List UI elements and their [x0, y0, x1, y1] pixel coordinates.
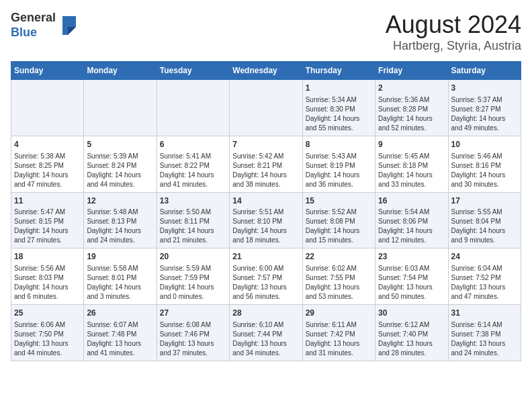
day-detail: Sunrise: 6:07 AM Sunset: 7:48 PM Dayligh…: [87, 320, 153, 358]
calendar-cell: [157, 80, 229, 136]
day-detail: Sunrise: 5:38 AM Sunset: 8:25 PM Dayligh…: [14, 152, 81, 189]
calendar-cell: 14Sunrise: 5:51 AM Sunset: 8:10 PM Dayli…: [230, 192, 302, 248]
calendar-cell: 8Sunrise: 5:43 AM Sunset: 8:19 PM Daylig…: [302, 136, 375, 192]
day-detail: Sunrise: 6:06 AM Sunset: 7:50 PM Dayligh…: [14, 320, 81, 358]
day-detail: Sunrise: 5:39 AM Sunset: 8:24 PM Dayligh…: [87, 152, 153, 189]
calendar-cell: 15Sunrise: 5:52 AM Sunset: 8:08 PM Dayli…: [302, 192, 375, 248]
day-number: 14: [232, 195, 299, 207]
calendar-cell: 21Sunrise: 6:00 AM Sunset: 7:57 PM Dayli…: [230, 248, 302, 305]
day-number: 6: [160, 139, 226, 150]
day-number: 5: [87, 139, 153, 150]
calendar-cell: 3Sunrise: 5:37 AM Sunset: 8:27 PM Daylig…: [448, 80, 521, 136]
calendar-cell: 16Sunrise: 5:54 AM Sunset: 8:06 PM Dayli…: [375, 192, 448, 248]
calendar-cell: 4Sunrise: 5:38 AM Sunset: 8:25 PM Daylig…: [11, 136, 84, 192]
calendar-cell: 6Sunrise: 5:41 AM Sunset: 8:22 PM Daylig…: [157, 136, 229, 192]
day-detail: Sunrise: 5:55 AM Sunset: 8:04 PM Dayligh…: [451, 208, 518, 245]
day-detail: Sunrise: 6:08 AM Sunset: 7:46 PM Dayligh…: [160, 320, 226, 358]
day-number: 2: [378, 83, 445, 94]
day-detail: Sunrise: 5:41 AM Sunset: 8:22 PM Dayligh…: [160, 152, 226, 189]
day-number: 22: [306, 251, 372, 263]
calendar-cell: 24Sunrise: 6:04 AM Sunset: 7:52 PM Dayli…: [448, 248, 521, 305]
day-number: 4: [14, 139, 81, 150]
day-number: 20: [160, 251, 226, 263]
calendar-cell: 7Sunrise: 5:42 AM Sunset: 8:21 PM Daylig…: [230, 136, 302, 192]
day-number: 25: [14, 308, 81, 319]
day-number: 23: [378, 251, 445, 263]
day-detail: Sunrise: 6:10 AM Sunset: 7:44 PM Dayligh…: [232, 320, 299, 358]
day-detail: Sunrise: 6:03 AM Sunset: 7:54 PM Dayligh…: [378, 264, 445, 302]
day-detail: Sunrise: 5:45 AM Sunset: 8:18 PM Dayligh…: [378, 152, 445, 189]
day-number: 28: [232, 308, 299, 319]
day-detail: Sunrise: 5:43 AM Sunset: 8:19 PM Dayligh…: [306, 152, 372, 189]
day-number: 7: [232, 139, 299, 150]
calendar-cell: 1Sunrise: 5:34 AM Sunset: 8:30 PM Daylig…: [302, 80, 375, 136]
day-number: 21: [232, 251, 299, 263]
day-number: 29: [306, 308, 372, 319]
logo: General Blue: [11, 11, 79, 40]
day-number: 8: [306, 139, 372, 150]
day-detail: Sunrise: 5:47 AM Sunset: 8:15 PM Dayligh…: [14, 208, 81, 245]
col-header-wednesday: Wednesday: [230, 62, 302, 80]
col-header-tuesday: Tuesday: [157, 62, 229, 80]
calendar-cell: 29Sunrise: 6:11 AM Sunset: 7:42 PM Dayli…: [302, 305, 375, 361]
calendar-cell: 11Sunrise: 5:47 AM Sunset: 8:15 PM Dayli…: [11, 192, 84, 248]
calendar-cell: 23Sunrise: 6:03 AM Sunset: 7:54 PM Dayli…: [375, 248, 448, 305]
day-detail: Sunrise: 5:56 AM Sunset: 8:03 PM Dayligh…: [14, 264, 81, 302]
logo-blue: Blue: [11, 26, 37, 39]
col-header-thursday: Thursday: [302, 62, 375, 80]
calendar-cell: 5Sunrise: 5:39 AM Sunset: 8:24 PM Daylig…: [84, 136, 157, 192]
calendar-cell: 18Sunrise: 5:56 AM Sunset: 8:03 PM Dayli…: [11, 248, 84, 305]
day-detail: Sunrise: 5:52 AM Sunset: 8:08 PM Dayligh…: [306, 208, 372, 245]
calendar-cell: 9Sunrise: 5:45 AM Sunset: 8:18 PM Daylig…: [375, 136, 448, 192]
col-header-friday: Friday: [375, 62, 448, 80]
day-detail: Sunrise: 5:58 AM Sunset: 8:01 PM Dayligh…: [87, 264, 153, 302]
calendar-cell: 19Sunrise: 5:58 AM Sunset: 8:01 PM Dayli…: [84, 248, 157, 305]
calendar-cell: 20Sunrise: 5:59 AM Sunset: 7:59 PM Dayli…: [157, 248, 229, 305]
calendar-cell: [230, 80, 302, 136]
day-detail: Sunrise: 5:51 AM Sunset: 8:10 PM Dayligh…: [232, 208, 299, 245]
page-title: August 2024: [386, 11, 521, 39]
day-detail: Sunrise: 5:42 AM Sunset: 8:21 PM Dayligh…: [232, 152, 299, 189]
day-number: 15: [306, 195, 372, 207]
col-header-sunday: Sunday: [11, 62, 84, 80]
svg-marker-1: [68, 27, 76, 35]
day-detail: Sunrise: 5:50 AM Sunset: 8:11 PM Dayligh…: [160, 208, 226, 245]
page-subtitle: Hartberg, Styria, Austria: [386, 39, 521, 53]
day-number: 10: [451, 139, 518, 150]
col-header-monday: Monday: [84, 62, 157, 80]
calendar-cell: [11, 80, 84, 136]
calendar-cell: 12Sunrise: 5:48 AM Sunset: 8:13 PM Dayli…: [84, 192, 157, 248]
calendar-cell: 26Sunrise: 6:07 AM Sunset: 7:48 PM Dayli…: [84, 305, 157, 361]
day-detail: Sunrise: 5:54 AM Sunset: 8:06 PM Dayligh…: [378, 208, 445, 245]
logo-icon: [57, 13, 79, 38]
calendar-week-row: 18Sunrise: 5:56 AM Sunset: 8:03 PM Dayli…: [11, 248, 521, 305]
day-number: 24: [451, 251, 518, 263]
calendar-cell: 25Sunrise: 6:06 AM Sunset: 7:50 PM Dayli…: [11, 305, 84, 361]
calendar-cell: 27Sunrise: 6:08 AM Sunset: 7:46 PM Dayli…: [157, 305, 229, 361]
calendar-week-row: 11Sunrise: 5:47 AM Sunset: 8:15 PM Dayli…: [11, 192, 521, 248]
day-number: 19: [87, 251, 153, 263]
day-detail: Sunrise: 5:46 AM Sunset: 8:16 PM Dayligh…: [451, 152, 518, 189]
day-detail: Sunrise: 6:02 AM Sunset: 7:55 PM Dayligh…: [306, 264, 372, 302]
day-detail: Sunrise: 5:36 AM Sunset: 8:28 PM Dayligh…: [378, 95, 445, 133]
day-number: 12: [87, 195, 153, 207]
page-header: General Blue August 2024 Hartberg, Styri…: [11, 11, 521, 53]
calendar-cell: 2Sunrise: 5:36 AM Sunset: 8:28 PM Daylig…: [375, 80, 448, 136]
day-number: 17: [451, 195, 518, 207]
day-number: 9: [378, 139, 445, 150]
day-number: 27: [160, 308, 226, 319]
day-number: 26: [87, 308, 153, 319]
calendar-header-row: SundayMondayTuesdayWednesdayThursdayFrid…: [11, 62, 521, 80]
day-number: 13: [160, 195, 226, 207]
day-number: 30: [378, 308, 445, 319]
day-detail: Sunrise: 6:00 AM Sunset: 7:57 PM Dayligh…: [232, 264, 299, 302]
day-number: 11: [14, 195, 81, 207]
calendar-week-row: 25Sunrise: 6:06 AM Sunset: 7:50 PM Dayli…: [11, 305, 521, 361]
day-detail: Sunrise: 5:59 AM Sunset: 7:59 PM Dayligh…: [160, 264, 226, 302]
calendar-cell: 13Sunrise: 5:50 AM Sunset: 8:11 PM Dayli…: [157, 192, 229, 248]
calendar-cell: 28Sunrise: 6:10 AM Sunset: 7:44 PM Dayli…: [230, 305, 302, 361]
calendar-table: SundayMondayTuesdayWednesdayThursdayFrid…: [11, 61, 521, 361]
day-detail: Sunrise: 6:12 AM Sunset: 7:40 PM Dayligh…: [378, 320, 445, 358]
col-header-saturday: Saturday: [448, 62, 521, 80]
calendar-cell: 31Sunrise: 6:14 AM Sunset: 7:38 PM Dayli…: [448, 305, 521, 361]
